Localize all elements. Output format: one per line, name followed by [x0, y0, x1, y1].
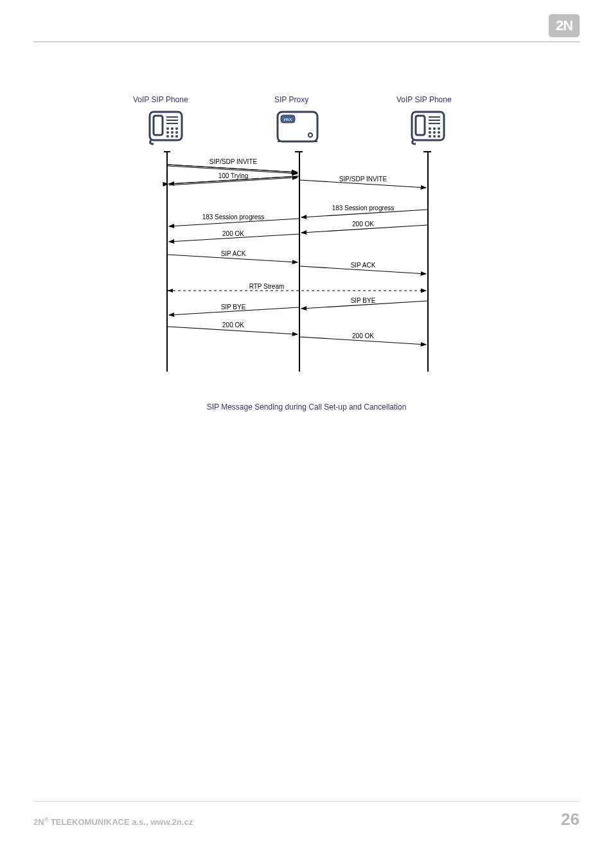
svg-marker-47: [168, 289, 173, 293]
sip-sequence-diagram: VoIP SIP Phone SIP Proxy VoIP SIP Phone …: [139, 95, 474, 384]
page-footer: 2N® TELEKOMUNIKACE a.s., www.2n.cz 26: [33, 801, 580, 829]
msg-label: 200 OK: [352, 332, 374, 339]
msg-label: SIP BYE: [351, 297, 376, 304]
svg-line-39: [168, 165, 298, 172]
seq-svg: [139, 95, 474, 384]
msg-label: SIP ACK: [351, 262, 376, 269]
msg-label: SIP BYE: [221, 303, 246, 311]
msg-label: 200 OK: [352, 221, 374, 228]
footer-company: 2N® TELEKOMUNIKACE a.s., www.2n.cz: [33, 817, 193, 827]
header-divider: [33, 41, 580, 42]
msg-label: 200 OK: [222, 321, 244, 329]
msg-label: SIP/SDP INVITE: [209, 158, 257, 165]
msg-label: 183 Session progress: [202, 213, 265, 221]
footer-divider: [33, 801, 580, 802]
msg-label: 100 Trying: [218, 172, 249, 179]
msg-label: 183 Session progress: [332, 204, 395, 212]
brand-logo: 2N: [549, 14, 580, 37]
msg-label: 200 OK: [222, 230, 244, 237]
msg-label: SIP ACK: [221, 250, 246, 257]
diagram-caption: SIP Message Sending during Call Set-up a…: [33, 402, 580, 411]
msg-label: RTP Stream: [249, 283, 285, 290]
msg-label: SIP/SDP INVITE: [339, 176, 387, 183]
page-number: 26: [561, 809, 580, 829]
